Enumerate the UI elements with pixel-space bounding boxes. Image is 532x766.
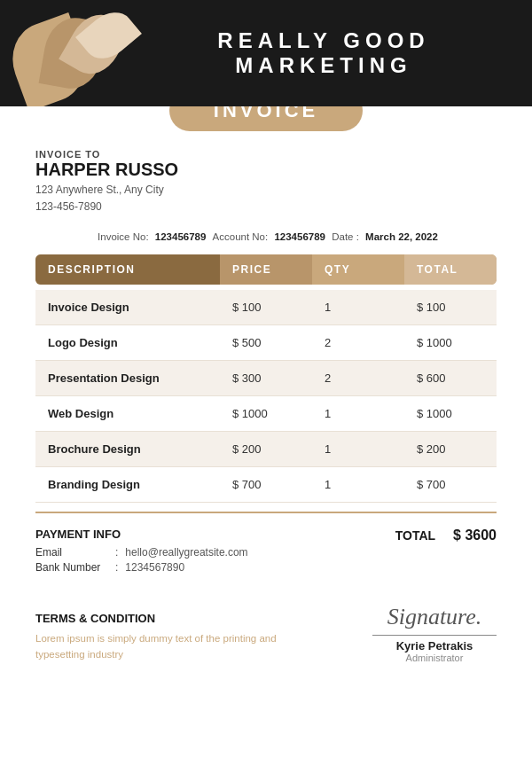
terms-sig-section: TERMS & CONDITION Lorem ipsum is simply … (35, 603, 497, 662)
invoice-to-address: 123 Anywhere St., Any City 123-456-7890 (35, 182, 497, 215)
td-description: Brochure Design (35, 432, 220, 466)
total-area: TOTAL $ 3600 (395, 528, 497, 543)
td-total: $ 1000 (404, 396, 497, 431)
td-price: $ 500 (220, 325, 312, 360)
bill-to-section: INVOICE TO HARPER RUSSO 123 Anywhere St.… (35, 149, 497, 215)
invoice-to-name: HARPER RUSSO (35, 160, 497, 180)
table-rows: Invoice Design $ 100 1 $ 100 Logo Design… (35, 290, 497, 503)
col-total: TOTAL (404, 254, 497, 285)
signature-role: Administrator (372, 653, 497, 663)
td-total: $ 200 (404, 432, 497, 466)
td-price: $ 100 (220, 290, 312, 324)
table-row: Branding Design $ 700 1 $ 700 (35, 467, 497, 503)
td-qty: 2 (312, 325, 404, 360)
payment-title: PAYMENT INFO (35, 528, 395, 541)
payment-info: PAYMENT INFO Email : hello@reallygreatsi… (35, 528, 395, 576)
logo-area (0, 0, 142, 106)
table-header: DESCRIPTION PRICE QTY TOTAL (35, 254, 497, 285)
col-price: PRICE (220, 254, 312, 285)
email-value: hello@reallygreatsite.com (125, 546, 247, 559)
invoice-to-label: INVOICE TO (35, 149, 497, 160)
td-price: $ 300 (220, 361, 312, 395)
payment-bank-row: Bank Number : 1234567890 (35, 561, 395, 574)
col-description: DESCRIPTION (35, 254, 220, 285)
invoice-body: INVOICE TO HARPER RUSSO 123 Anywhere St.… (0, 149, 532, 690)
td-total: $ 600 (404, 361, 497, 395)
terms-title: TERMS & CONDITION (35, 612, 284, 625)
td-price: $ 1000 (220, 396, 312, 431)
td-qty: 1 (312, 396, 404, 431)
meta-row: Invoice No: 123456789 Account No: 123456… (35, 231, 497, 242)
date-label: Date : (332, 231, 359, 242)
td-total: $ 1000 (404, 325, 497, 360)
table-divider (35, 512, 497, 513)
td-qty: 1 (312, 432, 404, 466)
bank-sep: : (115, 561, 118, 574)
date-value: March 22, 2022 (365, 231, 438, 242)
page-header: REALLY GOOD MARKETING (0, 0, 532, 106)
signature-area: Signature. Kyrie Petrakis Administrator (372, 603, 497, 662)
total-label: TOTAL (395, 528, 435, 543)
phone-line: 123-456-7890 (35, 200, 102, 213)
table-row: Web Design $ 1000 1 $ 1000 (35, 396, 497, 432)
table-row: Logo Design $ 500 2 $ 1000 (35, 325, 497, 361)
td-total: $ 100 (404, 290, 497, 324)
address-line: 123 Anywhere St., Any City (35, 184, 164, 196)
company-name: REALLY GOOD MARKETING (142, 28, 505, 78)
td-price: $ 200 (220, 432, 312, 466)
total-value: $ 3600 (453, 528, 497, 543)
email-label: Email (35, 546, 115, 559)
td-price: $ 700 (220, 467, 312, 502)
email-sep: : (115, 546, 118, 559)
td-total: $ 700 (404, 467, 497, 502)
signature-icon: Signature. (372, 603, 497, 630)
td-description: Presentation Design (35, 361, 220, 395)
col-qty: QTY (312, 254, 404, 285)
bottom-section: PAYMENT INFO Email : hello@reallygreatsi… (35, 528, 497, 576)
invoice-no-value: 123456789 (155, 231, 207, 242)
terms-section: TERMS & CONDITION Lorem ipsum is simply … (35, 612, 284, 663)
td-qty: 1 (312, 290, 404, 324)
td-qty: 2 (312, 361, 404, 395)
td-qty: 1 (312, 467, 404, 502)
td-description: Logo Design (35, 325, 220, 360)
invoice-no-label: Invoice No: (98, 231, 149, 242)
account-no-value: 123456789 (274, 231, 325, 242)
signature-line (372, 635, 497, 636)
account-no-label: Account No: (213, 231, 269, 242)
td-description: Branding Design (35, 467, 220, 502)
bank-label: Bank Number (35, 561, 115, 574)
table-row: Brochure Design $ 200 1 $ 200 (35, 432, 497, 467)
table-row: Presentation Design $ 300 2 $ 600 (35, 361, 497, 396)
terms-text: Lorem ipsum is simply dummy text of the … (35, 630, 284, 663)
table-row: Invoice Design $ 100 1 $ 100 (35, 290, 497, 325)
payment-email-row: Email : hello@reallygreatsite.com (35, 546, 395, 559)
signature-name: Kyrie Petrakis (372, 639, 497, 653)
td-description: Web Design (35, 396, 220, 431)
bank-value: 1234567890 (125, 561, 184, 574)
td-description: Invoice Design (35, 290, 220, 324)
